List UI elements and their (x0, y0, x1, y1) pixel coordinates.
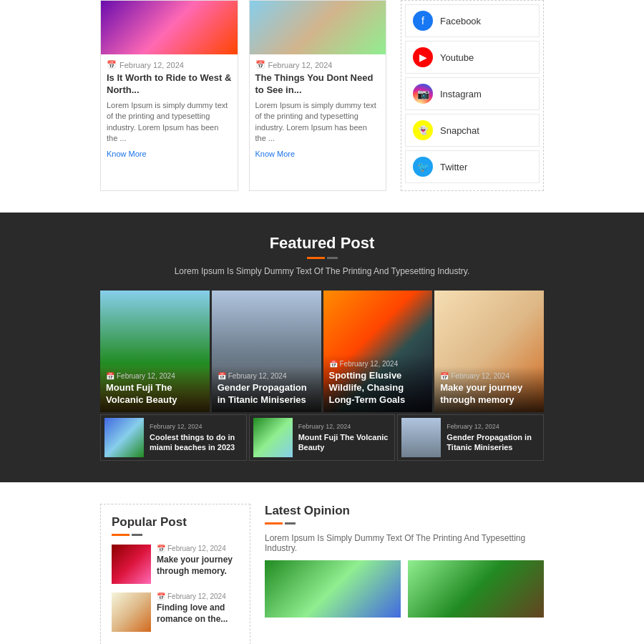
twitter-icon: 🐦 (413, 157, 433, 177)
featured-cards-grid: 📅 February 12, 2024 Mount Fuji The Volca… (100, 291, 544, 412)
popular-item-1[interactable]: 📅 February 12, 2024 Make your journey th… (112, 545, 239, 584)
popular-title: Popular Post (112, 515, 239, 530)
bottom-section: Popular Post 📅 February 12, 2024 Make yo… (0, 482, 644, 644)
calendar-icon-1: 📅 (107, 60, 117, 69)
latest-opinion: Latest Opinion Lorem Ipsum Is Simply Dum… (265, 504, 544, 644)
opinion-subtitle: Lorem Ipsum Is Simply Dummy Text Of The … (265, 533, 544, 553)
featured-card-title-3: Spotting Elusive Wildlife, Chasing Long-… (329, 370, 427, 406)
article-date-2: 📅 February 12, 2024 (255, 60, 381, 69)
articles-grid: 📅 February 12, 2024 Is It Worth to Ride … (100, 0, 386, 191)
social-item-instagram[interactable]: 📷 Instagram (405, 77, 540, 110)
popular-post: Popular Post 📅 February 12, 2024 Make yo… (100, 504, 250, 644)
small-card-date-2: February 12, 2024 (298, 423, 391, 430)
snapchat-icon: 👻 (413, 120, 433, 140)
small-card-img-2 (253, 418, 293, 457)
small-card-date-3: February 12, 2024 (447, 423, 540, 430)
cal-icon-3: 📅 (329, 360, 338, 368)
cal-icon-4: 📅 (440, 372, 449, 380)
featured-card-2[interactable]: 📅 February 12, 2024 Gender Propagation i… (212, 291, 321, 412)
featured-subtitle: Lorem Ipsum Is Simply Dummy Text Of The … (100, 266, 544, 276)
featured-card-title-2: Gender Propagation in Titanic Miniseries (218, 382, 316, 406)
social-item-twitter[interactable]: 🐦 Twitter (405, 150, 540, 183)
popular-date-1: 📅 February 12, 2024 (157, 545, 239, 552)
featured-header: Featured Post Lorem Ipsum Is Simply Dumm… (100, 234, 544, 276)
featured-card-1[interactable]: 📅 February 12, 2024 Mount Fuji The Volca… (100, 291, 210, 412)
popular-underline-orange (112, 534, 130, 536)
featured-title: Featured Post (100, 234, 544, 253)
small-card-title-1: Coolest things to do in miami beaches in… (150, 432, 243, 453)
featured-date-4: 📅 February 12, 2024 (440, 372, 538, 380)
popular-content-1: 📅 February 12, 2024 Make your journey th… (157, 545, 239, 577)
know-more-2[interactable]: Know More (255, 150, 296, 158)
opinion-img-1 (265, 560, 401, 618)
popular-underline (112, 534, 239, 536)
featured-date-3: 📅 February 12, 2024 (329, 360, 427, 368)
opinion-underline-orange (265, 522, 283, 525)
featured-overlay-1: 📅 February 12, 2024 Mount Fuji The Volca… (100, 366, 210, 412)
instagram-icon: 📷 (413, 84, 433, 104)
popular-item-title-2: Finding love and romance on the... (157, 602, 239, 625)
article-excerpt-1: Lorem Ipsum is simply dummy text of the … (107, 100, 232, 145)
small-card-title-3: Gender Propagation in Titanic Miniseries (447, 432, 540, 453)
article-title-1: Is It Worth to Ride to West & North... (107, 72, 232, 97)
popular-item-2[interactable]: 📅 February 12, 2024 Finding love and rom… (112, 592, 239, 632)
article-excerpt-2: Lorem Ipsum is simply dummy text of the … (255, 100, 381, 145)
small-card-content-3: February 12, 2024 Gender Propagation in … (447, 423, 540, 453)
featured-date-2: 📅 February 12, 2024 (218, 372, 316, 380)
featured-card-4[interactable]: 📅 February 12, 2024 Make your journey th… (434, 291, 544, 412)
youtube-label: Youtube (440, 52, 474, 63)
youtube-icon: ▶ (413, 47, 433, 67)
article-card-1: 📅 February 12, 2024 Is It Worth to Ride … (100, 0, 238, 191)
cal-icon-2: 📅 (218, 372, 226, 380)
pop-cal-icon-2: 📅 (157, 592, 165, 600)
popular-item-title-1: Make your journey through memory. (157, 555, 239, 577)
small-card-date-1: February 12, 2024 (150, 423, 243, 430)
cal-icon: 📅 (106, 372, 114, 380)
article-date-1: 📅 February 12, 2024 (107, 60, 232, 69)
featured-card-title-4: Make your journey through memory (440, 382, 538, 406)
popular-date-2: 📅 February 12, 2024 (157, 592, 239, 600)
featured-date-1: 📅 February 12, 2024 (106, 372, 204, 380)
article-title-2: The Things You Dont Need to See in... (255, 72, 381, 97)
featured-small-card-2[interactable]: February 12, 2024 Mount Fuji The Volcani… (249, 414, 396, 461)
featured-overlay-3: 📅 February 12, 2024 Spotting Elusive Wil… (323, 354, 433, 412)
opinion-underline-dark (285, 522, 296, 525)
underline-orange (307, 257, 325, 259)
facebook-icon: f (413, 11, 433, 31)
know-more-1[interactable]: Know More (107, 150, 147, 158)
featured-overlay-4: 📅 February 12, 2024 Make your journey th… (434, 366, 544, 412)
featured-card-3[interactable]: 📅 February 12, 2024 Spotting Elusive Wil… (323, 291, 433, 412)
pop-cal-icon-1: 📅 (157, 545, 165, 552)
small-card-img-1 (104, 418, 144, 457)
opinion-title: Latest Opinion (265, 504, 544, 518)
popular-img-2 (112, 592, 151, 632)
small-card-content-1: February 12, 2024 Coolest things to do i… (150, 423, 243, 453)
article-card-2: 📅 February 12, 2024 The Things You Dont … (249, 0, 387, 191)
small-card-img-3 (401, 418, 441, 457)
social-sidebar: f Facebook ▶ Youtube 📷 Instagram 👻 Snapc… (401, 0, 544, 191)
opinion-images (265, 560, 544, 618)
social-item-facebook[interactable]: f Facebook (405, 4, 540, 37)
underline-dark (327, 257, 338, 259)
twitter-label: Twitter (440, 162, 467, 172)
featured-card-title-1: Mount Fuji The Volcanic Beauty (106, 382, 204, 406)
social-item-youtube[interactable]: ▶ Youtube (405, 41, 540, 74)
featured-underline (100, 257, 544, 259)
top-section: 📅 February 12, 2024 Is It Worth to Ride … (0, 0, 644, 213)
social-item-snapchat[interactable]: 👻 Snapchat (405, 114, 540, 147)
featured-bottom-row: February 12, 2024 Coolest things to do i… (100, 414, 544, 461)
small-card-title-2: Mount Fuji The Volcanic Beauty (298, 432, 391, 453)
article-image-1 (101, 1, 238, 54)
small-card-content-2: February 12, 2024 Mount Fuji The Volcani… (298, 423, 391, 453)
featured-section: Featured Post Lorem Ipsum Is Simply Dumm… (0, 213, 644, 482)
featured-small-card-1[interactable]: February 12, 2024 Coolest things to do i… (100, 414, 247, 461)
article-image-2 (250, 1, 386, 54)
popular-content-2: 📅 February 12, 2024 Finding love and rom… (157, 592, 239, 625)
popular-underline-dark (132, 534, 142, 536)
popular-img-1 (112, 545, 151, 584)
snapchat-label: Snapchat (440, 125, 479, 136)
featured-overlay-2: 📅 February 12, 2024 Gender Propagation i… (212, 366, 321, 412)
opinion-underline (265, 522, 544, 525)
opinion-img-2 (408, 560, 544, 618)
featured-small-card-3[interactable]: February 12, 2024 Gender Propagation in … (397, 414, 544, 461)
